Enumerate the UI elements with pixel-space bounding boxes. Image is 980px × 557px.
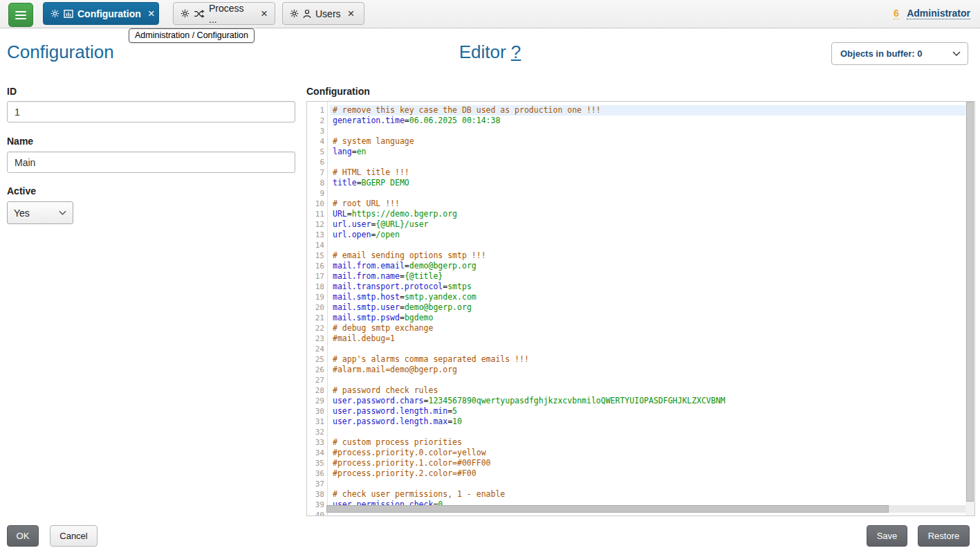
code-line[interactable]: 22# debug smtp exchange <box>307 323 974 334</box>
name-input[interactable] <box>7 152 295 173</box>
code-line[interactable]: 15# email sending options smtp !!! <box>307 250 974 261</box>
code-line[interactable]: 3 <box>307 126 974 136</box>
restore-button[interactable]: Restore <box>918 525 970 547</box>
main-menu-button[interactable] <box>8 3 33 27</box>
code-line[interactable]: 18mail.transport.protocol=smtps <box>307 282 974 292</box>
close-icon[interactable]: × <box>261 8 268 19</box>
code-line[interactable]: 29user.password.chars=1234567890qwertyup… <box>307 396 974 406</box>
line-code: #mail.debug=1 <box>330 334 974 344</box>
code-line[interactable]: 20mail.smtp.user=demo@bgerp.org <box>307 302 974 313</box>
code-line[interactable]: 8title=BGERP DEMO <box>307 178 974 188</box>
line-code: url.open=/open <box>330 230 974 240</box>
code-line[interactable]: 34#process.priority.0.color=yellow <box>307 448 974 458</box>
code-line[interactable]: 5lang=en <box>307 147 974 157</box>
configuration-code-editor[interactable]: 1# remove this key case the DB used as p… <box>306 101 975 516</box>
line-code: mail.smtp.pswd=bgdemo <box>330 313 974 323</box>
code-line[interactable]: 27 <box>307 375 974 385</box>
code-line[interactable]: 2generation.time=06.06.2025 00:14:38 <box>307 116 974 126</box>
code-line[interactable]: 19mail.smtp.host=smtp.yandex.com <box>307 292 974 302</box>
line-code: # HTML title !!! <box>330 167 974 178</box>
line-number: 27 <box>307 375 330 385</box>
code-line[interactable]: 23#mail.debug=1 <box>307 334 974 344</box>
line-code <box>330 157 974 167</box>
line-number: 26 <box>307 365 330 375</box>
code-line[interactable]: 12url.user={@URL}/user <box>307 219 974 230</box>
code-line[interactable]: 24 <box>307 344 974 354</box>
line-code: # root URL !!! <box>330 199 974 209</box>
code-line[interactable]: 38# check user permissions, 1 - enable <box>307 489 974 500</box>
app-window: Configuration × Process ... × Users × 6 <box>0 0 980 557</box>
line-number: 6 <box>307 157 330 167</box>
tab-process[interactable]: Process ... × <box>173 2 275 25</box>
cancel-button[interactable]: Cancel <box>50 525 98 547</box>
code-line[interactable]: 6 <box>307 157 974 167</box>
line-number: 9 <box>307 188 330 199</box>
tab-label: Configuration <box>77 8 141 19</box>
code-line[interactable]: 10# root URL !!! <box>307 199 974 209</box>
code-line[interactable]: 11URL=https://demo.bgerp.org <box>307 209 974 219</box>
save-button[interactable]: Save <box>867 525 907 547</box>
objects-buffer-dropdown[interactable]: Objects in buffer: 0 <box>831 42 968 65</box>
code-line[interactable]: 32 <box>307 427 974 437</box>
code-line[interactable]: 25# app's alarms comma separated emails … <box>307 354 974 365</box>
window-icon <box>64 10 73 18</box>
line-number: 23 <box>307 334 330 344</box>
line-code: user.password.length.max=10 <box>330 417 974 427</box>
line-code: # remove this key case the DB used as pr… <box>330 105 974 116</box>
line-number: 25 <box>307 354 330 365</box>
notification-count[interactable]: 6 <box>894 8 899 19</box>
close-icon[interactable]: × <box>148 8 155 19</box>
line-number: 12 <box>307 219 330 230</box>
line-number: 17 <box>307 271 330 282</box>
code-line[interactable]: 36#process.priority.2.color=#F00 <box>307 468 974 479</box>
line-code: # system language <box>330 136 974 147</box>
line-number: 21 <box>307 313 330 323</box>
line-code <box>330 479 974 489</box>
editor-heading-text: Editor <box>459 42 506 62</box>
code-line[interactable]: 26#alarm.mail=demo@bgerp.org <box>307 365 974 375</box>
line-number: 28 <box>307 385 330 396</box>
active-select-value: Yes <box>14 208 30 219</box>
code-line[interactable]: 28# password check rules <box>307 385 974 396</box>
code-line[interactable]: 1# remove this key case the DB used as p… <box>307 105 974 116</box>
line-code: # custom process priorities <box>330 437 974 448</box>
line-code: #alarm.mail=demo@bgerp.org <box>330 365 974 375</box>
code-line[interactable]: 35#process.priority.1.color=#00FF00 <box>307 458 974 468</box>
code-line[interactable]: 14 <box>307 240 974 250</box>
code-line[interactable]: 21mail.smtp.pswd=bgdemo <box>307 313 974 323</box>
code-line[interactable]: 7# HTML title !!! <box>307 167 974 178</box>
user-area: 6 Administrator <box>894 8 970 19</box>
ok-button[interactable]: OK <box>7 525 39 547</box>
code-line[interactable]: 4# system language <box>307 136 974 147</box>
line-number: 31 <box>307 417 330 427</box>
code-line[interactable]: 13url.open=/open <box>307 230 974 240</box>
code-line[interactable]: 31user.password.length.max=10 <box>307 417 974 427</box>
code-line[interactable]: 33# custom process priorities <box>307 437 974 448</box>
vertical-scrollbar[interactable] <box>965 102 974 515</box>
line-number: 29 <box>307 396 330 406</box>
hamburger-icon <box>15 11 26 12</box>
code-line[interactable]: 16mail.from.email=demo@bgerp.org <box>307 261 974 271</box>
shuffle-icon <box>194 10 205 18</box>
tab-configuration[interactable]: Configuration × <box>43 2 159 25</box>
code-line[interactable]: 30user.password.length.min=5 <box>307 406 974 417</box>
code-line[interactable]: 9 <box>307 188 974 199</box>
line-number: 34 <box>307 448 330 458</box>
line-number: 14 <box>307 240 330 250</box>
line-number: 37 <box>307 479 330 489</box>
tab-users[interactable]: Users × <box>282 2 364 25</box>
close-icon[interactable]: × <box>348 8 355 19</box>
id-input[interactable] <box>7 101 295 122</box>
help-link[interactable]: ? <box>511 42 521 62</box>
code-line[interactable]: 17mail.from.name={@title} <box>307 271 974 282</box>
horizontal-scrollbar[interactable] <box>326 505 965 513</box>
line-number: 20 <box>307 302 330 313</box>
code-line[interactable]: 37 <box>307 479 974 489</box>
active-select[interactable]: Yes <box>7 201 73 224</box>
line-number: 16 <box>307 261 330 271</box>
line-number: 11 <box>307 209 330 219</box>
horizontal-scrollbar-thumb[interactable] <box>326 505 889 513</box>
user-link[interactable]: Administrator <box>907 8 970 19</box>
line-number: 15 <box>307 250 330 261</box>
vertical-scrollbar-thumb[interactable] <box>966 102 974 502</box>
